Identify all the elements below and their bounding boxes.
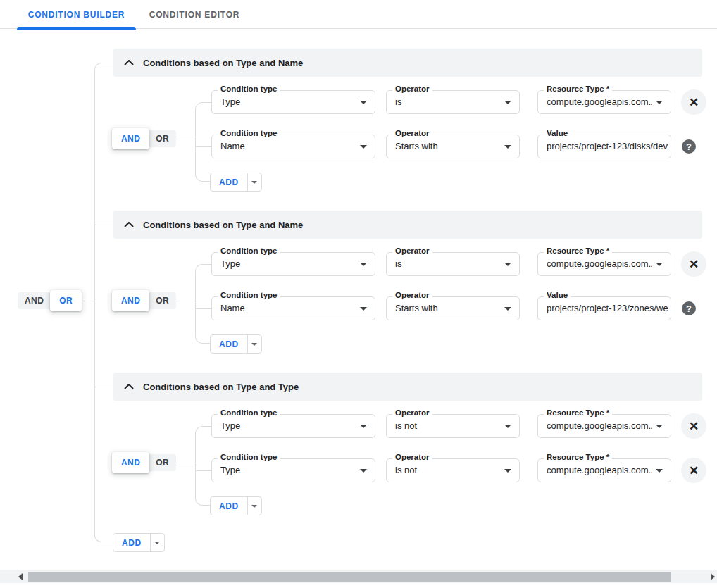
condition-type-select[interactable]: Condition type Type [211,252,375,276]
chevron-down-icon [656,263,663,266]
tab-bar: CONDITION BUILDER CONDITION EDITOR [0,0,717,29]
chevron-down-icon [154,542,160,544]
condition-type-select[interactable]: Condition type Type [211,458,375,482]
group-2-header[interactable]: Conditions based on Type and Name [113,211,702,239]
remove-condition-button[interactable]: ✕ [681,458,706,483]
chevron-down-icon [360,307,367,311]
value-text: projects/project-123/zones/we [547,297,668,320]
condition-type-select[interactable]: Condition type Name [211,296,375,320]
tab-condition-editor[interactable]: CONDITION EDITOR [136,0,253,29]
operator-select[interactable]: Operator is [386,252,520,276]
add-dropdown-button[interactable] [151,534,164,551]
group-1-header[interactable]: Conditions based on Type and Name [113,49,702,77]
help-glyph: ? [686,142,692,152]
chevron-down-icon [504,145,511,149]
resource-type-select[interactable]: Resource Type * compute.googleapis.com..… [537,252,671,276]
chevron-down-icon [360,101,367,104]
chevron-down-icon [360,469,367,473]
close-icon: ✕ [689,465,699,477]
group-3-header[interactable]: Conditions based on Type and Type [113,373,702,401]
scroll-left-arrow-icon[interactable] [18,573,23,580]
add-label: ADD [211,173,247,191]
add-condition-button[interactable]: ADD [210,334,262,354]
condition-group-1: Conditions based on Type and Name AND OR… [0,49,717,211]
help-icon[interactable]: ? [682,301,696,315]
close-icon: ✕ [689,258,699,270]
add-dropdown-button[interactable] [248,335,261,353]
add-group-button[interactable]: ADD [113,533,165,552]
tab-condition-editor-label: CONDITION EDITOR [149,10,240,20]
operator-value: is not [395,415,501,437]
operator-value: Starts with [395,135,501,158]
operator-select[interactable]: Operator Starts with [386,135,520,158]
chevron-down-icon [504,101,511,104]
chevron-up-icon[interactable] [122,384,136,389]
chevron-down-icon [656,101,663,104]
add-dropdown-button[interactable] [248,497,261,515]
condition-type-select[interactable]: Condition type Type [211,414,375,438]
and-button[interactable]: AND [112,452,149,473]
condition-type-value: Type [220,415,356,437]
condition-type-value: Type [220,253,356,275]
active-tab-underline [17,27,136,30]
chevron-down-icon [656,425,663,428]
chevron-down-icon [251,343,257,346]
condition-row: Condition type Type Operator is not Reso… [0,458,717,482]
condition-row: Condition type Type Operator is not Reso… [0,414,717,438]
horizontal-scrollbar[interactable] [0,570,717,583]
condition-type-value: Type [220,459,356,482]
remove-condition-button[interactable]: ✕ [681,251,706,277]
tab-condition-builder-label: CONDITION BUILDER [28,10,125,20]
chevron-down-icon [656,469,663,473]
chevron-down-icon [360,263,367,266]
scrollbar-thumb[interactable] [28,572,671,582]
add-condition-button[interactable]: ADD [210,496,262,515]
condition-row: Condition type Name Operator Starts with… [0,296,717,320]
value-input[interactable]: Value projects/project-123/zones/we [537,296,671,320]
remove-condition-button[interactable]: ✕ [681,413,706,439]
resource-type-select[interactable]: Resource Type * compute.googleapis.com..… [537,458,671,482]
add-label: ADD [113,534,150,551]
resource-type-value: compute.googleapis.com... [547,415,652,437]
and-button[interactable]: AND [112,290,149,311]
chevron-down-icon [251,505,257,508]
operator-value: is [395,91,501,113]
condition-type-select[interactable]: Condition type Type [211,90,375,114]
chevron-down-icon [504,425,511,428]
operator-select[interactable]: Operator is not [386,458,520,482]
remove-condition-button[interactable]: ✕ [681,89,706,115]
close-icon: ✕ [689,420,699,432]
resource-type-value: compute.googleapis.com... [547,91,652,113]
chevron-up-icon[interactable] [122,222,136,227]
condition-row: Condition type Name Operator Starts with… [0,135,717,158]
add-dropdown-button[interactable] [248,173,261,191]
operator-value: is [395,253,501,275]
and-button[interactable]: AND [112,128,149,149]
tab-condition-builder[interactable]: CONDITION BUILDER [17,0,136,29]
close-icon: ✕ [689,96,699,108]
help-icon[interactable]: ? [682,139,696,154]
chevron-down-icon [360,425,367,428]
condition-type-value: Type [220,91,356,113]
group-1-title: Conditions based on Type and Name [143,58,303,68]
resource-type-select[interactable]: Resource Type * compute.googleapis.com..… [537,414,671,438]
add-condition-button[interactable]: ADD [210,173,262,192]
outer-or-button[interactable]: OR [50,290,82,311]
operator-select[interactable]: Operator Starts with [386,296,520,320]
chevron-down-icon [504,469,511,473]
scroll-right-arrow-icon[interactable] [711,573,715,580]
chevron-up-icon[interactable] [122,60,136,65]
condition-type-value: Name [220,297,356,320]
resource-type-value: compute.googleapis.com... [547,459,652,482]
chevron-down-icon [504,263,511,266]
operator-select[interactable]: Operator is [386,90,520,114]
condition-group-2: Conditions based on Type and Name AND OR… [0,211,717,373]
add-label: ADD [211,497,247,515]
value-input[interactable]: Value projects/project-123/disks/dev. [537,135,671,158]
resource-type-select[interactable]: Resource Type * compute.googleapis.com..… [537,90,671,114]
operator-select[interactable]: Operator is not [386,414,520,438]
chevron-down-icon [504,307,511,311]
condition-type-select[interactable]: Condition type Name [211,135,375,158]
condition-row: Condition type Type Operator is Resource… [0,90,717,114]
group-3-title: Conditions based on Type and Type [143,382,299,392]
